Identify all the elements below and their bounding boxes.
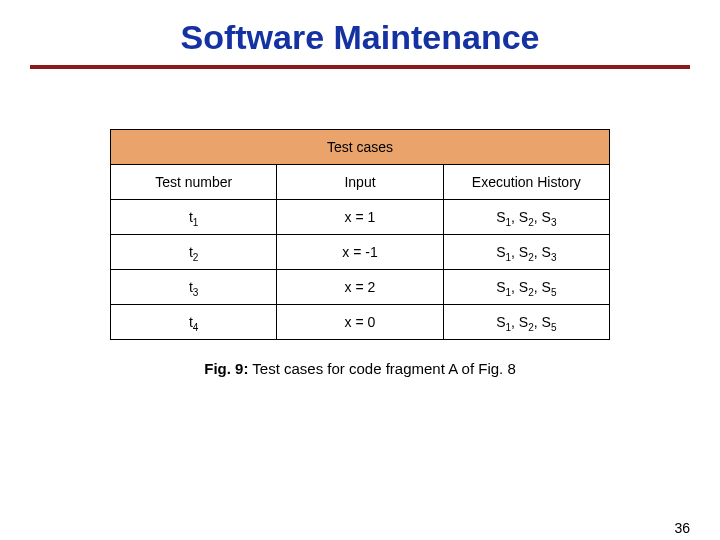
test-cases-table: Test cases Test number Input Execution H… — [110, 129, 610, 340]
table-row: t4x = 0S1, S2, S5 — [111, 305, 610, 340]
cell-test-number: t3 — [111, 270, 277, 305]
page-number: 36 — [674, 520, 690, 536]
cell-exec-history: S1, S2, S5 — [443, 270, 609, 305]
table-row: t3x = 2S1, S2, S5 — [111, 270, 610, 305]
page-title: Software Maintenance — [0, 18, 720, 57]
cell-input: x = 2 — [277, 270, 443, 305]
cell-exec-history: S1, S2, S3 — [443, 235, 609, 270]
cell-input: x = 1 — [277, 200, 443, 235]
cell-input: x = -1 — [277, 235, 443, 270]
table-wrap: Test cases Test number Input Execution H… — [110, 129, 610, 340]
cell-input: x = 0 — [277, 305, 443, 340]
col-header-input: Input — [277, 165, 443, 200]
table-header-top-row: Test cases — [111, 130, 610, 165]
slide: Software Maintenance Test cases Test num… — [0, 18, 720, 540]
table-row: t1x = 1S1, S2, S3 — [111, 200, 610, 235]
title-underline — [30, 65, 690, 69]
col-header-test-number: Test number — [111, 165, 277, 200]
cell-exec-history: S1, S2, S5 — [443, 305, 609, 340]
table-header-columns-row: Test number Input Execution History — [111, 165, 610, 200]
caption-lead: Fig. 9: — [204, 360, 248, 377]
caption-rest: Test cases for code fragment A of Fig. 8 — [248, 360, 515, 377]
cell-test-number: t1 — [111, 200, 277, 235]
cell-test-number: t2 — [111, 235, 277, 270]
table-row: t2x = -1S1, S2, S3 — [111, 235, 610, 270]
col-header-exec-history: Execution History — [443, 165, 609, 200]
figure-caption: Fig. 9: Test cases for code fragment A o… — [0, 360, 720, 377]
table-header-top: Test cases — [111, 130, 610, 165]
cell-test-number: t4 — [111, 305, 277, 340]
cell-exec-history: S1, S2, S3 — [443, 200, 609, 235]
